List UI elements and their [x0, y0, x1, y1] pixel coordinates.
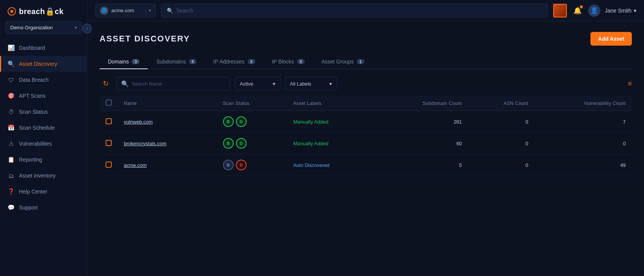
row-checkbox-3[interactable]	[106, 162, 112, 168]
vuln-count-1: 7	[534, 111, 632, 133]
logo: breach🔒ck	[0, 0, 87, 21]
scan-status-cell-2: B D	[223, 138, 281, 149]
scan-d-icon-1: D	[236, 116, 247, 127]
tab-domains[interactable]: Domains 3	[100, 55, 148, 69]
scan-d-icon-2: D	[236, 138, 247, 149]
sidebar-item-apt-scans[interactable]: 🎯 APT Scans	[0, 88, 87, 104]
col-header-subdomain-count: Subdomain Count	[375, 96, 468, 111]
reporting-icon: 📋	[8, 156, 14, 163]
status-filter[interactable]: ActiveInactiveAll ▾	[235, 77, 280, 90]
domain-link-3[interactable]: acme.com	[124, 162, 147, 168]
sidebar-item-asset-inventory[interactable]: 🗂 Asset Inventory	[0, 168, 87, 184]
label-filter-select[interactable]: All LabelsManually AddedAuto Discovered	[290, 81, 326, 87]
col-header-asn-count: ASN Count	[468, 96, 535, 111]
domain-chevron-icon: ▾	[149, 8, 151, 13]
tab-subdomains[interactable]: Subdomains 5	[148, 55, 205, 69]
columns-button[interactable]: ≡	[628, 80, 632, 88]
topbar-right: 🔔 👤 Jane Smith ▾	[553, 4, 636, 17]
sidebar-item-vulnerabilities[interactable]: ⚠ Vulnerabilities	[0, 136, 87, 152]
tab-ip-blocks[interactable]: IP Blocks 0	[264, 55, 313, 69]
table-search[interactable]: 🔍	[116, 77, 230, 90]
select-all-checkbox[interactable]	[106, 100, 112, 106]
row-checkbox-2[interactable]	[106, 140, 112, 146]
tab-label-domains: Domains	[108, 59, 129, 65]
support-icon: 💬	[8, 204, 14, 211]
sidebar-toggle[interactable]: ‹	[82, 24, 92, 33]
label-filter[interactable]: All LabelsManually AddedAuto Discovered …	[285, 77, 337, 90]
scan-b-icon-1: B	[223, 116, 234, 127]
sidebar-label-apt-scans: APT Scans	[19, 93, 46, 99]
topbar: 🌐 acme.com ▾ 🔍 🔔 👤 Jane Smith ▾	[87, 0, 644, 21]
sidebar-item-scan-schedule[interactable]: 📅 Scan Schedule	[0, 120, 87, 136]
org-chevron-icon: ▾	[75, 25, 77, 30]
table-search-icon: 🔍	[121, 80, 129, 87]
table-toolbar: ↻ 🔍 ActiveInactiveAll ▾ All LabelsManual…	[100, 77, 632, 90]
sidebar-label-reporting: Reporting	[19, 157, 42, 163]
scan-status-icon: ⏱	[8, 108, 14, 115]
sidebar-item-dashboard[interactable]: 📊 Dashboard	[0, 40, 87, 56]
org-selector[interactable]: Demo Organization ▾	[5, 21, 82, 34]
label-filter-chevron-icon: ▾	[329, 81, 332, 87]
subdomain-count-2: 60	[375, 133, 468, 154]
global-search[interactable]: 🔍	[161, 4, 548, 17]
asset-tabs: Domains 3 Subdomains 5 IP Addresses 3 IP…	[100, 55, 632, 69]
sidebar-label-asset-inventory: Asset Inventory	[19, 173, 56, 179]
asset-label-1: Manually Added	[293, 119, 329, 125]
table-row: acme.com B D Auto Discovered5049	[100, 154, 632, 176]
domains-table: NameScan StatusAsset LabelsSubdomain Cou…	[100, 96, 632, 176]
dashboard-icon: 📊	[8, 44, 14, 51]
vulnerabilities-icon: ⚠	[8, 140, 14, 147]
user-avatar[interactable]: 👤	[588, 5, 600, 17]
sidebar-label-scan-status: Scan Status	[19, 109, 48, 115]
logo-icon	[8, 7, 16, 16]
add-asset-button[interactable]: Add Asset	[590, 32, 632, 46]
help-center-icon: ❓	[8, 188, 14, 195]
search-input[interactable]	[176, 8, 542, 14]
refresh-button[interactable]: ↻	[100, 78, 112, 90]
sidebar-label-support: Support	[19, 205, 38, 211]
sidebar: breach🔒ck ‹ Demo Organization ▾ 📊 Dashbo…	[0, 0, 87, 276]
sidebar-item-data-breach[interactable]: 🛡 Data Breach	[0, 72, 87, 88]
sidebar-item-support[interactable]: 💬 Support	[0, 200, 87, 216]
sidebar-label-data-breach: Data Breach	[19, 77, 49, 83]
page-header: ASSET DISCOVERY Add Asset	[100, 32, 632, 46]
data-breach-icon: 🛡	[8, 76, 14, 83]
domain-globe-icon: 🌐	[100, 6, 108, 15]
asset-label-3: Auto Discovered	[293, 162, 329, 168]
tab-ip-addresses[interactable]: IP Addresses 3	[205, 55, 263, 69]
asset-discovery-icon: 🔍	[8, 60, 14, 67]
search-icon: 🔍	[167, 8, 173, 14]
tab-label-ip-blocks: IP Blocks	[272, 59, 294, 65]
scan-b-icon-2: B	[223, 138, 234, 149]
domain-selector[interactable]: 🌐 acme.com ▾	[95, 4, 156, 17]
vuln-count-2: 0	[534, 133, 632, 154]
sidebar-item-asset-discovery[interactable]: 🔍 Asset Discovery	[0, 56, 87, 72]
col-header-name: Name	[118, 96, 217, 111]
table-row: brokencrystals.com B D Manually Added600…	[100, 133, 632, 154]
tab-badge-domains: 3	[132, 59, 139, 64]
sidebar-item-scan-status[interactable]: ⏱ Scan Status	[0, 104, 87, 120]
user-name-dropdown[interactable]: Jane Smith ▾	[605, 8, 636, 14]
sidebar-item-reporting[interactable]: 📋 Reporting	[0, 152, 87, 168]
tab-badge-asset-groups: 1	[357, 59, 364, 64]
page-content: ASSET DISCOVERY Add Asset Domains 3 Subd…	[87, 21, 644, 276]
col-header-vulnerability-count: Vulnerability Count	[534, 96, 632, 111]
domain-link-2[interactable]: brokencrystals.com	[124, 141, 166, 146]
sidebar-label-scan-schedule: Scan Schedule	[19, 125, 55, 131]
tab-asset-groups[interactable]: Asset Groups 1	[313, 55, 373, 69]
sidebar-label-help-center: Help Center	[19, 189, 47, 195]
sidebar-item-help-center[interactable]: ❓ Help Center	[0, 184, 87, 200]
domain-link-1[interactable]: vulnweb.com	[124, 119, 153, 125]
avatar-thumbnail	[553, 4, 567, 17]
asn-count-3: 0	[468, 154, 535, 176]
tab-label-subdomains: Subdomains	[156, 59, 186, 65]
tab-label-ip-addresses: IP Addresses	[213, 59, 244, 65]
scan-schedule-icon: 📅	[8, 124, 14, 131]
table-search-input[interactable]	[132, 81, 225, 87]
scan-d-icon-3: D	[236, 160, 247, 170]
status-filter-select[interactable]: ActiveInactiveAll	[240, 81, 270, 87]
notification-bell[interactable]: 🔔	[571, 5, 584, 17]
vuln-count-3: 49	[534, 154, 632, 176]
asn-count-1: 0	[468, 111, 535, 133]
row-checkbox-1[interactable]	[106, 118, 112, 124]
